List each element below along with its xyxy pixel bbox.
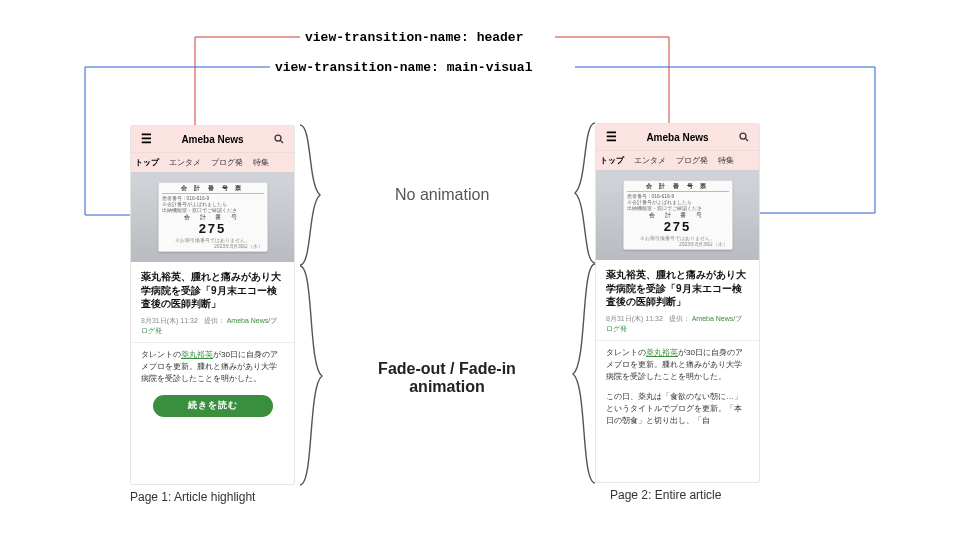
body-prefix: タレントの [141,350,181,359]
ticket-date: 2023年8月30日（水） [627,241,729,247]
article-body: タレントの薬丸裕英が30日に自身のアメブロを更新。腫れと痛みがあり大学病院を受診… [141,349,284,385]
search-icon[interactable] [272,133,286,145]
nav-item[interactable]: エンタメ [169,157,201,168]
body-prefix: タレントの [606,348,646,357]
phone1-article: 薬丸裕英、腫れと痛みがあり大学病院を受診「9月末エコー検査後の医師判断」 8月3… [131,262,294,427]
article-title: 薬丸裕英、腫れと痛みがあり大学病院を受診「9月末エコー検査後の医師判断」 [141,270,284,311]
label-view-transition-main-visual: view-transition-name: main-visual [275,60,532,75]
menu-icon[interactable]: ☰ [139,132,153,146]
nav-item[interactable]: 特集 [718,155,734,166]
divider [596,340,759,341]
nav-item[interactable]: トップ [135,157,159,168]
divider [131,342,294,343]
article-body-extra: この日、薬丸は「食欲のない朝に…」というタイトルでブログを更新。「本日の朝食」と… [606,391,749,427]
ticket-date: 2023年8月30日（水） [162,243,264,249]
article-title: 薬丸裕英、腫れと痛みがあり大学病院を受診「9月末エコー検査後の医師判断」 [606,268,749,309]
brace-fade-right [555,264,595,483]
svg-point-10 [275,135,281,141]
brand-logo: Ameba News [181,134,243,145]
phone2-article: 薬丸裕英、腫れと痛みがあり大学病院を受診「9月末エコー検査後の医師判断」 8月3… [596,260,759,437]
phone-page-2: ☰ Ameba News トップ エンタメ ブログ発 特集 会 計 番 号 票 … [595,123,760,483]
phone1-header: ☰ Ameba News [131,126,294,152]
ticket-number: 275 [627,219,729,235]
phone1-main-visual: 会 計 番 号 票 患者番号：016-616-9 ※会計番号がよばれましたら 出… [131,172,294,262]
article-meta: 8月31日(木) 11:32 提供： Ameba News/ブログ発 [141,316,284,336]
read-more-button[interactable]: 続きを読む [153,395,273,417]
svg-line-13 [746,139,749,142]
menu-icon[interactable]: ☰ [604,130,618,144]
brace-no-anim-left [300,125,340,265]
phone1-nav: トップ エンタメ ブログ発 特集 [131,152,294,172]
ticket-title: 会 計 番 号 票 [627,183,729,192]
brace-no-anim-right [555,123,595,263]
phone2-header: ☰ Ameba News [596,124,759,150]
nav-item[interactable]: エンタメ [634,155,666,166]
ticket-label: 会 計 番 号 [162,214,264,221]
annotation-no-animation: No animation [395,186,489,204]
brace-fade-left [300,266,340,485]
body-link[interactable]: 薬丸裕英 [181,350,213,359]
meta-provider: 提供： [204,317,225,324]
svg-point-12 [740,133,746,139]
article-body: タレントの薬丸裕英が30日に自身のアメブロを更新。腫れと痛みがあり大学病院を受診… [606,347,749,383]
nav-item[interactable]: ブログ発 [211,157,243,168]
ticket-label: 会 計 番 号 [627,212,729,219]
svg-line-11 [281,141,284,144]
body-link[interactable]: 薬丸裕英 [646,348,678,357]
ticket-title: 会 計 番 号 票 [162,185,264,194]
meta-time: 8月31日(木) 11:32 [141,317,198,324]
ticket-line: ※会計番号がよばれましたら 出納機能室・窓口でご確認くださ [627,199,729,211]
phone-page-1: ☰ Ameba News トップ エンタメ ブログ発 特集 会 計 番 号 票 … [130,125,295,485]
ticket-card: 会 計 番 号 票 患者番号：016-616-9 ※会計番号がよばれましたら 出… [158,182,268,252]
caption-page-1: Page 1: Article highlight [130,490,255,504]
annotation-fade-line2: animation [409,378,485,395]
nav-item[interactable]: 特集 [253,157,269,168]
nav-item[interactable]: ブログ発 [676,155,708,166]
annotation-fade-line1: Fade-out / Fade-in [378,360,516,377]
label-view-transition-header: view-transition-name: header [305,30,523,45]
annotation-fade: Fade-out / Fade-in animation [362,360,532,396]
meta-provider: 提供： [669,315,690,322]
search-icon[interactable] [737,131,751,143]
ticket-number: 275 [162,221,264,237]
ticket-line: ※会計番号がよばれましたら 出納機能室・窓口でご確認くださ [162,201,264,213]
ticket-card: 会 計 番 号 票 患者番号：016-616-9 ※会計番号がよばれましたら 出… [623,180,733,250]
caption-page-2: Page 2: Entire article [610,488,721,502]
phone2-nav: トップ エンタメ ブログ発 特集 [596,150,759,170]
phone2-main-visual: 会 計 番 号 票 患者番号：016-616-9 ※会計番号がよばれましたら 出… [596,170,759,260]
nav-item[interactable]: トップ [600,155,624,166]
brand-logo: Ameba News [646,132,708,143]
article-meta: 8月31日(木) 11:32 提供： Ameba News/ブログ発 [606,314,749,334]
meta-time: 8月31日(木) 11:32 [606,315,663,322]
